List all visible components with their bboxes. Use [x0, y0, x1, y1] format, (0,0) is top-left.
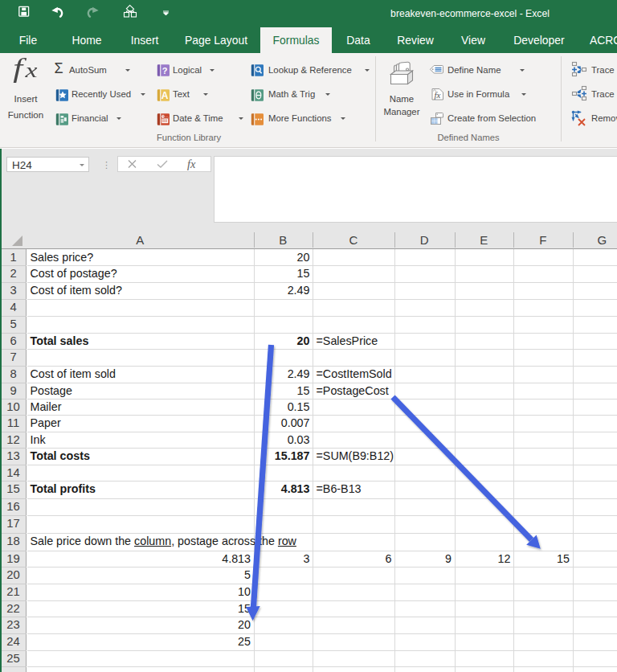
- svg-text:fx: fx: [435, 89, 441, 99]
- svg-text:fx: fx: [187, 158, 196, 170]
- svg-text:?: ?: [162, 66, 168, 76]
- svg-text:A: A: [161, 90, 169, 101]
